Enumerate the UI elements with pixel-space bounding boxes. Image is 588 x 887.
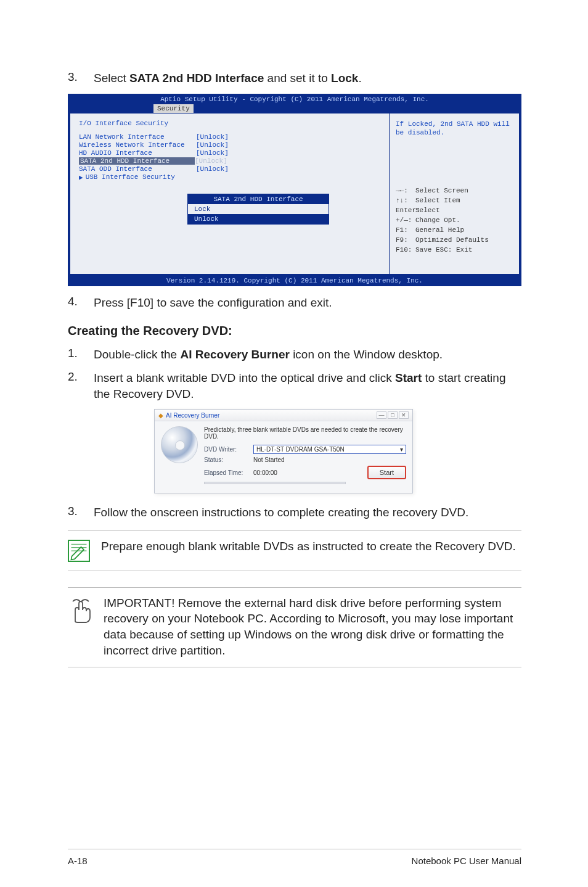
bios-item-name: Wireless Network Interface — [79, 141, 196, 149]
bios-item-name: SATA 2nd HDD Interface — [79, 157, 195, 165]
important-text: IMPORTANT! Remove the external hard disk… — [104, 595, 521, 659]
hand-icon — [68, 596, 92, 624]
text-bold: AI Recovery Burner — [180, 348, 289, 361]
bios-item-value: [Unlock] — [195, 157, 227, 165]
bios-item-name: SATA ODD Interface — [79, 165, 196, 173]
key-label: F9: — [396, 236, 415, 245]
section-heading: Creating the Recovery DVD: — [68, 324, 521, 338]
manual-title: Notebook PC User Manual — [412, 856, 521, 866]
bios-footer: Version 2.14.1219. Copyright (C) 2011 Am… — [68, 276, 521, 286]
field-row: Status: Not Started — [204, 456, 406, 463]
bios-popup-title: SATA 2nd HDD Interface — [188, 194, 329, 204]
text-fragment: Double-click the — [94, 348, 180, 361]
bios-right-pane: If Locked, 2nd SATA HDD will be disabled… — [390, 113, 519, 274]
note-text: Prepare enough blank writable DVDs as in… — [101, 538, 516, 562]
create-step-1: 1. Double-click the AI Recovery Burner i… — [68, 347, 521, 363]
minimize-icon: — — [377, 411, 386, 419]
bios-item-value: [Unlock] — [196, 133, 229, 141]
window-titlebar: ◆ AI Recovery Burner — □ ✕ — [155, 410, 412, 421]
bios-body: I/O Interface Security LAN Network Inter… — [70, 113, 520, 274]
key-desc: Save ESC: Exit — [415, 246, 472, 254]
text-bold: Lock — [331, 72, 358, 85]
bios-screenshot: Aptio Setup Utility - Copyright (C) 2011… — [68, 94, 521, 286]
create-step-3: 3. Follow the onscreen instructions to c… — [68, 505, 521, 521]
page-number: A-18 — [68, 856, 88, 866]
bios-row: HD AUDIO Interface[Unlock] — [79, 149, 380, 157]
bios-popup-option: Lock — [188, 204, 329, 214]
key-desc: General Help — [415, 226, 464, 234]
bios-popup-option: Unlock — [188, 214, 329, 224]
bios-item-name: LAN Network Interface — [79, 133, 196, 141]
bios-item-value: [Unlock] — [196, 149, 229, 157]
text-fragment: . — [358, 72, 361, 85]
text-fragment: and set it to — [264, 72, 331, 85]
app-icon: ◆ — [158, 412, 163, 419]
bios-submenu: ▶USB Interface Security — [79, 173, 380, 181]
text-bold: SATA 2nd HDD Interface — [129, 72, 264, 85]
field-row: Elapsed Time: 00:00:00 Start — [204, 466, 406, 479]
progress-bar — [204, 482, 346, 484]
key-label: →←: — [396, 186, 415, 196]
step-number: 1. — [68, 347, 94, 363]
bios-left-pane: I/O Interface Security LAN Network Inter… — [70, 113, 390, 274]
bios-section-heading: I/O Interface Security — [79, 120, 380, 127]
field-label: Status: — [204, 456, 253, 463]
elapsed-value: 00:00:00 — [253, 469, 367, 476]
key-desc: Optimized Defaults — [415, 236, 489, 244]
note-icon — [68, 540, 90, 562]
window-body: Predictably, three blank writable DVDs a… — [155, 421, 412, 493]
bios-item-name: USB Interface Security — [86, 173, 175, 181]
bios-row-selected: SATA 2nd HDD Interface[Unlock] — [79, 157, 380, 165]
maximize-icon: □ — [388, 411, 398, 419]
key-desc: Select Item — [415, 197, 460, 204]
text-fragment: icon on the Window desktop. — [290, 348, 443, 361]
fields: Predictably, three blank writable DVDs a… — [204, 426, 406, 484]
field-label: DVD Writer: — [204, 446, 253, 453]
bios-popup: SATA 2nd HDD Interface Lock Unlock — [187, 194, 329, 225]
select-value: HL-DT-ST DVDRAM GSA-T50N — [256, 446, 345, 453]
step-text: Insert a blank writable DVD into the opt… — [94, 370, 521, 402]
key-label: ↑↓: — [396, 196, 415, 206]
step-number: 3. — [68, 505, 94, 521]
create-step-2: 2. Insert a blank writable DVD into the … — [68, 370, 521, 402]
important-box: IMPORTANT! Remove the external hard disk… — [68, 587, 521, 668]
page-footer: A-18 Notebook PC User Manual — [68, 849, 521, 866]
key-label: Enter: — [396, 206, 415, 216]
note-box: Prepare enough blank writable DVDs as in… — [68, 530, 521, 571]
start-button: Start — [367, 466, 406, 479]
step-text: Select SATA 2nd HDD Interface and set it… — [94, 70, 521, 86]
window-buttons: — □ ✕ — [377, 411, 409, 419]
bios-item-name: HD AUDIO Interface — [79, 149, 196, 157]
text-fragment: Insert a blank writable DVD into the opt… — [94, 371, 395, 384]
key-desc: Select Screen — [415, 187, 468, 194]
bios-keys: →←:Select Screen ↑↓:Select Item Enter:Se… — [396, 186, 512, 255]
triangle-icon: ▶ — [79, 173, 83, 181]
step-4: 4. Press [F10] to save the configuration… — [68, 295, 521, 311]
ai-recovery-window: ◆ AI Recovery Burner — □ ✕ Predictably, … — [154, 409, 413, 493]
step-number: 2. — [68, 370, 94, 402]
key-label: F10: — [396, 245, 415, 255]
step-number: 4. — [68, 295, 94, 311]
field-row: DVD Writer: HL-DT-ST DVDRAM GSA-T50N ▾ — [204, 445, 406, 454]
bios-row: Wireless Network Interface[Unlock] — [79, 141, 380, 149]
bios-item-value: [Unlock] — [196, 141, 229, 149]
bios-row: SATA ODD Interface[Unlock] — [79, 165, 380, 173]
bios-help-text: If Locked, 2nd SATA HDD will be disabled… — [396, 120, 512, 138]
chevron-down-icon: ▾ — [400, 446, 403, 453]
status-value: Not Started — [253, 456, 406, 463]
window-title: AI Recovery Burner — [166, 412, 377, 419]
step-text: Press [F10] to save the configuration an… — [94, 295, 521, 311]
step-text: Follow the onscreen instructions to comp… — [94, 505, 521, 521]
close-icon: ✕ — [399, 411, 409, 419]
text-fragment: Select — [94, 72, 129, 85]
info-note: Predictably, three blank writable DVDs a… — [204, 426, 406, 440]
key-label: F1: — [396, 226, 415, 236]
bios-title: Aptio Setup Utility - Copyright (C) 2011… — [68, 94, 521, 103]
step-number: 3. — [68, 70, 94, 86]
disc-icon — [161, 426, 198, 463]
field-label: Elapsed Time: — [204, 469, 253, 476]
bios-tab-security: Security — [153, 104, 194, 113]
dvd-writer-select: HL-DT-ST DVDRAM GSA-T50N ▾ — [253, 445, 406, 454]
step-text: Double-click the AI Recovery Burner icon… — [94, 347, 521, 363]
text-bold: Start — [395, 371, 422, 384]
